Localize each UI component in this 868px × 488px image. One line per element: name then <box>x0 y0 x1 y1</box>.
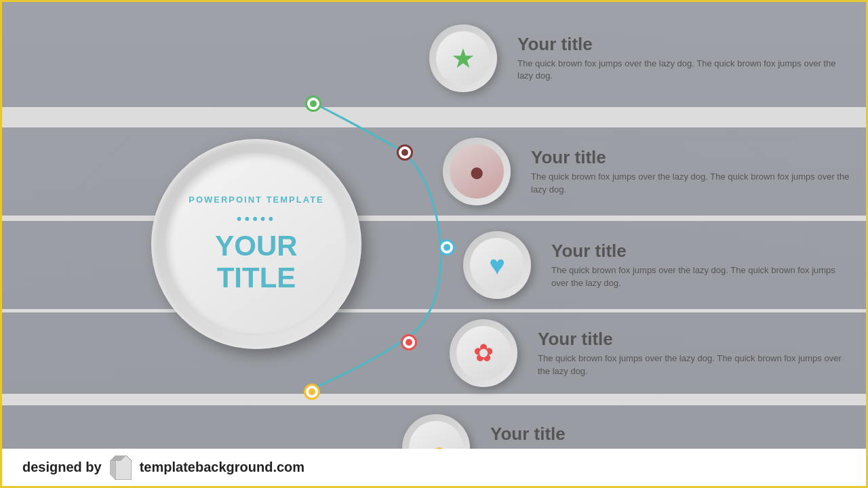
gap-2 <box>2 216 866 221</box>
item-panel-3: ♥ Your title The quick brown fox jumps o… <box>463 221 866 309</box>
item-title-4: Your title <box>538 329 852 350</box>
star-icon: ★ <box>451 43 475 74</box>
item-text-3: Your title The quick brown fox jumps ove… <box>531 234 866 296</box>
icon-circle-4: ✿ <box>450 319 517 387</box>
node-1 <box>305 96 321 112</box>
item-desc-1: The quick brown fox jumps over the lazy … <box>517 58 852 82</box>
node-2 <box>397 144 413 161</box>
node-3 <box>439 239 455 256</box>
main-circle-inner: POWERPOINT TEMPLATE ••••• YOUR TITLE <box>165 152 348 336</box>
item-title-2: Your title <box>531 147 852 168</box>
icon-circle-3: ♥ <box>463 231 531 299</box>
item-desc-4: The quick brown fox jumps over the lazy … <box>538 352 852 377</box>
item-desc-3: The quick brown fox jumps over the lazy … <box>551 264 852 289</box>
circle-title: YOUR TITLE <box>215 230 297 293</box>
circle-subtitle: POWERPOINT TEMPLATE <box>189 195 324 205</box>
circle-icon: ● <box>469 157 485 187</box>
footer-designed-by: designed by <box>22 460 102 475</box>
item-title-3: Your title <box>551 241 852 262</box>
office-logo-icon <box>110 455 132 480</box>
slide: POWERPOINT TEMPLATE ••••• YOUR TITLE ★ Y… <box>0 0 868 488</box>
item-text-1: Your title The quick brown fox jumps ove… <box>497 27 866 89</box>
gap-4 <box>2 394 866 405</box>
icon-circle-2: ● <box>443 138 511 205</box>
node-5 <box>304 384 320 400</box>
item-panel-1: ★ Your title The quick brown fox jumps o… <box>429 5 866 110</box>
item-text-4: Your title The quick brown fox jumps ove… <box>517 322 866 384</box>
node-4 <box>401 334 417 350</box>
item-text-2: Your title The quick brown fox jumps ove… <box>511 140 866 202</box>
main-circle: POWERPOINT TEMPLATE ••••• YOUR TITLE <box>151 139 361 349</box>
circle-dots: ••••• <box>237 210 277 228</box>
icon-circle-1: ★ <box>429 24 497 92</box>
item-panel-4: ✿ Your title The quick brown fox jumps o… <box>450 312 866 394</box>
item-panel-2: ● Your title The quick brown fox jumps o… <box>443 127 866 216</box>
item-title-5: Your title <box>490 424 836 445</box>
heart-icon: ♥ <box>489 250 505 281</box>
item-title-1: Your title <box>517 34 852 55</box>
sun-icon: ✿ <box>473 339 494 367</box>
footer: designed by templatebackground.com <box>2 449 866 486</box>
item-desc-2: The quick brown fox jumps over the lazy … <box>531 171 852 195</box>
footer-url: templatebackground.com <box>140 460 304 475</box>
